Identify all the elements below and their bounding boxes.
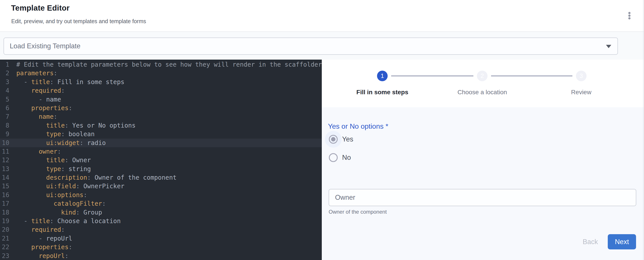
chevron-down-icon <box>606 45 611 48</box>
code-text: ui:field: OwnerPicker <box>16 183 124 190</box>
kebab-menu-icon <box>628 17 630 19</box>
line-number: 18 <box>0 208 9 217</box>
radio-group-label: Yes or No options* <box>328 122 388 130</box>
radio-option-label: Yes <box>342 135 354 143</box>
step-circle-3: 3 <box>576 71 586 81</box>
code-text: name: <box>16 113 57 120</box>
load-existing-template-select[interactable]: Load Existing Template <box>4 37 618 55</box>
owner-helper-text: Owner of the component <box>329 209 387 215</box>
code-text: parameters: <box>16 69 57 77</box>
code-text: catalogFilter: <box>16 200 106 207</box>
code-editor[interactable]: 1# Edit the template parameters below to… <box>0 60 322 260</box>
line-number: 1 <box>0 60 9 69</box>
more-options-button[interactable] <box>625 9 634 22</box>
code-text: - name <box>16 96 61 103</box>
line-number: 15 <box>0 182 9 191</box>
code-line[interactable]: 7 name: <box>0 112 322 121</box>
line-number: 21 <box>0 234 9 243</box>
code-line[interactable]: 16 ui:options: <box>0 191 322 199</box>
code-text: title: Yes or No options <box>16 122 136 129</box>
owner-input-label: Owner <box>335 189 355 206</box>
page-title: Template Editor <box>11 3 70 12</box>
line-number: 7 <box>0 112 9 121</box>
code-text: type: boolean <box>16 130 94 138</box>
code-line[interactable]: 4 required: <box>0 86 322 95</box>
code-line[interactable]: 14 description: Owner of the component <box>0 173 322 182</box>
page-subtitle: Edit, preview, and try out templates and… <box>11 18 146 24</box>
owner-input[interactable]: Owner <box>329 189 636 206</box>
code-text: owner: <box>16 148 61 155</box>
code-text: - repoUrl <box>16 235 72 242</box>
code-line[interactable]: 5 - name <box>0 95 322 104</box>
radio-option-no[interactable]: No <box>322 149 410 166</box>
radio-option-yes[interactable]: Yes <box>322 131 410 148</box>
template-preview-panel: 1Fill in some steps2Choose a location3Re… <box>322 60 644 260</box>
code-text: type: string <box>16 165 91 173</box>
radio-unselected-icon[interactable] <box>329 153 338 162</box>
code-line[interactable]: 12 title: Owner <box>0 156 322 164</box>
code-text: required: <box>16 87 65 94</box>
code-line[interactable]: 6 properties: <box>0 104 322 112</box>
code-line[interactable]: 17 catalogFilter: <box>0 199 322 208</box>
code-line[interactable]: 1# Edit the template parameters below to… <box>0 60 322 69</box>
code-text: ui:options: <box>16 191 87 199</box>
required-asterisk: * <box>386 122 388 130</box>
step-circle-2: 2 <box>477 71 488 81</box>
code-line[interactable]: 11 owner: <box>0 147 322 156</box>
code-line[interactable]: 18 kind: Group <box>0 208 322 217</box>
template-load-bar: Load Existing Template <box>0 32 644 60</box>
code-line[interactable]: 23 repoUrl: <box>0 252 322 260</box>
line-number: 12 <box>0 156 9 164</box>
line-number: 5 <box>0 95 9 104</box>
radio-dot <box>331 137 336 141</box>
line-number: 8 <box>0 121 9 130</box>
radio-option-label: No <box>342 154 351 162</box>
line-number: 9 <box>0 130 9 138</box>
step-connector <box>491 75 572 76</box>
code-line[interactable]: 20 required: <box>0 225 322 234</box>
code-line[interactable]: 3 - title: Fill in some steps <box>0 78 322 86</box>
step-label: Fill in some steps <box>356 89 408 96</box>
code-line[interactable]: 8 title: Yes or No options <box>0 121 322 130</box>
line-number: 14 <box>0 173 9 182</box>
code-text: description: Owner of the component <box>16 174 176 181</box>
code-line[interactable]: 21 - repoUrl <box>0 234 322 243</box>
line-number: 20 <box>0 225 9 234</box>
code-text: kind: Group <box>16 209 102 216</box>
line-number: 3 <box>0 78 9 86</box>
stepper: 1Fill in some steps2Choose a location3Re… <box>322 60 644 107</box>
step-connector <box>391 75 474 76</box>
code-line[interactable]: 9 type: boolean <box>0 130 322 138</box>
kebab-menu-icon <box>628 12 630 14</box>
next-button[interactable]: Next <box>608 234 636 250</box>
code-text: - title: Fill in some steps <box>16 78 124 86</box>
code-text: required: <box>16 226 65 233</box>
code-text: properties: <box>16 104 72 112</box>
line-number: 22 <box>0 243 9 252</box>
code-line[interactable]: 10 ui:widget: radio <box>0 139 322 147</box>
line-number: 10 <box>0 139 9 147</box>
code-text: repoUrl: <box>16 252 68 260</box>
code-line[interactable]: 13 type: string <box>0 165 322 173</box>
line-number: 23 <box>0 252 9 260</box>
line-number: 11 <box>0 147 9 156</box>
step-label: Review <box>571 89 592 96</box>
code-text: properties: <box>16 244 72 251</box>
line-number: 13 <box>0 165 9 173</box>
back-button[interactable]: Back <box>576 236 605 248</box>
code-text: ui:widget: radio <box>16 139 106 147</box>
code-text: title: Owner <box>16 157 91 164</box>
code-line[interactable]: 15 ui:field: OwnerPicker <box>0 182 322 191</box>
step-circle-1: 1 <box>377 71 388 81</box>
code-line[interactable]: 22 properties: <box>0 243 322 252</box>
line-number: 6 <box>0 104 9 112</box>
code-line[interactable]: 19 - title: Choose a location <box>0 217 322 225</box>
page-header: Template Editor Edit, preview, and try o… <box>0 0 644 32</box>
code-line[interactable]: 2parameters: <box>0 69 322 77</box>
code-text: # Edit the template parameters below to … <box>16 61 322 68</box>
step-label: Choose a location <box>458 89 507 96</box>
kebab-menu-icon <box>628 14 630 17</box>
code-text: - title: Choose a location <box>16 217 121 225</box>
line-number: 16 <box>0 191 9 199</box>
main-content: 1# Edit the template parameters below to… <box>0 60 644 260</box>
